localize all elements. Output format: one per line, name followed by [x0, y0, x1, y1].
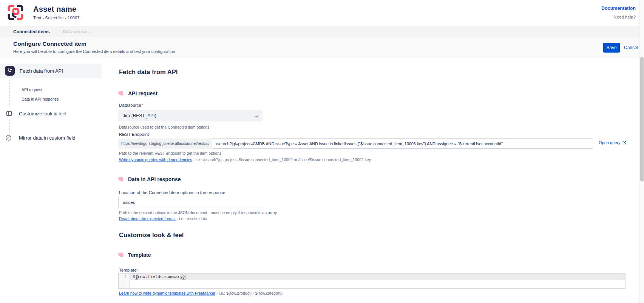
documentation-link[interactable]: Documentation — [601, 6, 636, 11]
dynamic-queries-link[interactable]: Write dynamic queries with dependencies — [119, 157, 192, 162]
template-code-editor[interactable]: 1 ${row.fields.summary} — [118, 273, 625, 289]
freemarker-line: Learn how to write dynamic templates wit… — [119, 291, 283, 295]
template-code: ${row.fields.summary} — [133, 274, 185, 279]
required-asterisk: * — [137, 268, 139, 272]
sidebar-item-label: Fetch data from API — [20, 64, 63, 78]
step-connector — [9, 80, 10, 107]
external-link-icon — [622, 140, 627, 145]
location-help: Path to the desired options in the JSON … — [119, 210, 278, 215]
configure-subtitle: Here you will be able to configure the C… — [13, 49, 175, 54]
template-label: Template* — [119, 268, 139, 272]
rest-endpoint-label: REST Endpoint — [119, 132, 149, 137]
configure-title: Configure Connected item — [13, 40, 86, 47]
template-section-header: Template — [118, 252, 151, 258]
tab-connected-items[interactable]: Connected items — [13, 29, 50, 34]
tab-datasources[interactable]: Datasources — [63, 29, 90, 34]
page-title: Asset name — [33, 5, 80, 14]
expected-format-link[interactable]: Read about the expected format — [119, 216, 176, 221]
cancel-button[interactable]: Cancel — [624, 45, 638, 50]
endpoint-help: Path to the relevant REST endpoint to ge… — [119, 151, 221, 155]
active-code-line — [130, 273, 625, 280]
mirror-icon — [5, 135, 12, 143]
required-asterisk: * — [142, 103, 143, 107]
hook-icon — [5, 66, 15, 76]
app-header: Asset name Text - Select list - 10007 Do… — [0, 0, 644, 26]
api-response-section-header: Data in API response — [118, 176, 181, 182]
section-pink-icon — [118, 91, 124, 96]
sidebar-item-label: Customize look & feel — [19, 111, 66, 117]
endpoint-base-url-input[interactable] — [118, 138, 212, 149]
save-button[interactable]: Save — [603, 43, 620, 53]
dynamic-queries-line: Write dynamic queries with dependencies … — [119, 157, 371, 162]
step-connector — [9, 120, 10, 132]
datasource-select[interactable]: Jira (REST_API) — [118, 110, 263, 121]
datasource-help: Datasource used to get the Connected ite… — [119, 125, 209, 129]
datasource-label: Datasource* — [119, 103, 143, 107]
section-heading-fetch-data: Fetch data from API — [119, 68, 178, 76]
layout-icon — [6, 110, 12, 118]
sidebar-item-label: Mirror data in custom field — [19, 135, 76, 141]
sidebar-item-fetch-data[interactable]: Fetch data from API — [0, 64, 102, 78]
need-help-text: Need help? — [613, 15, 636, 19]
expected-format-line: Read about the expected format - i.e.: r… — [119, 216, 207, 221]
endpoint-query-input[interactable] — [212, 138, 593, 149]
scrollbar-track — [639, 0, 644, 303]
chevron-down-icon — [254, 113, 259, 120]
sidebar-item-api-request[interactable]: API request — [22, 87, 42, 92]
section-pink-icon — [118, 252, 124, 258]
open-query-link[interactable]: Open query — [599, 140, 627, 145]
line-number: 1 — [125, 274, 127, 279]
tab-bar: Connected items Datasources — [0, 26, 644, 37]
configure-header: Configure Connected item Here you will b… — [0, 37, 644, 58]
datasource-selected-value: Jira (REST_API) — [123, 110, 156, 121]
scrollbar-thumb[interactable] — [640, 57, 644, 182]
section-heading-customize: Customize look & feel — [119, 232, 184, 239]
freemarker-link[interactable]: Learn how to write dynamic templates wit… — [119, 291, 215, 295]
section-pink-icon — [118, 177, 124, 182]
editor-gutter: 1 — [119, 273, 130, 288]
sidebar-item-data-in-api-response[interactable]: Data in API response — [22, 97, 59, 101]
app-logo-icon — [7, 4, 24, 21]
app-page: Asset name Text - Select list - 10007 Do… — [0, 0, 644, 303]
field-context-subtitle: Text - Select list - 10007 — [33, 16, 80, 20]
location-input[interactable] — [118, 197, 263, 208]
api-request-section-header: API request — [118, 90, 158, 96]
location-label: Location of the Connected item options i… — [119, 190, 225, 195]
